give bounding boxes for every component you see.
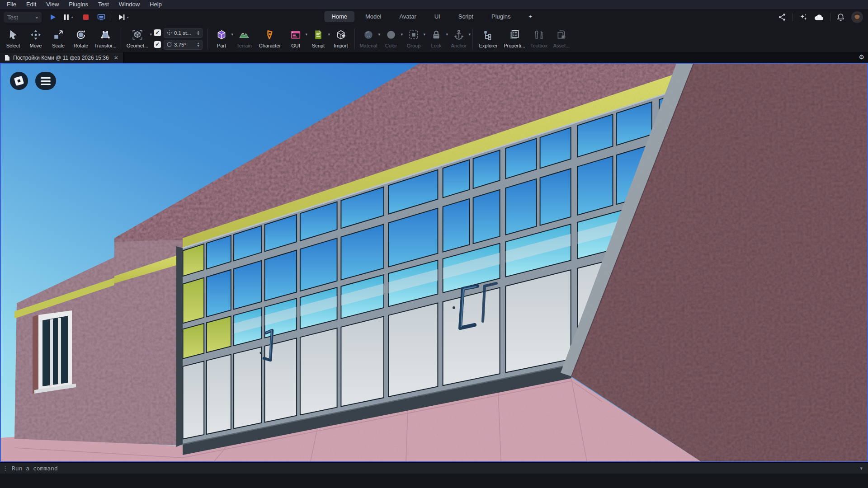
scale-tool-button[interactable]: Scale — [47, 27, 70, 51]
move-icon — [166, 30, 172, 36]
move-tool-button[interactable]: Move — [24, 27, 47, 51]
gui-button[interactable]: ▾ GUI — [284, 27, 307, 51]
game-menu-button[interactable] — [35, 72, 56, 90]
group-button: ▾ Group — [402, 27, 425, 51]
rotate-snap-field[interactable]: 3.75° ▲▼ — [164, 40, 203, 50]
move-snap-checkbox[interactable]: ✓ — [154, 29, 161, 36]
import-icon — [335, 29, 346, 40]
menu-edit[interactable]: Edit — [21, 0, 41, 9]
tab-script[interactable]: Script — [451, 11, 481, 22]
character-button[interactable]: Character — [255, 27, 284, 51]
geometry-tool-button[interactable]: ▾ Geomet... — [123, 27, 151, 51]
document-tab[interactable]: Постройки Кеми @ 11 фев 2026 15:36 ✕ — [0, 52, 123, 63]
chevron-down-icon: ▾ — [468, 32, 471, 37]
viewport-3d[interactable] — [0, 63, 868, 462]
document-tab-bar: Постройки Кеми @ 11 фев 2026 15:36 ✕ ⚙ — [0, 52, 868, 63]
move-snap-field[interactable]: 0.1 st... ▲▼ — [164, 28, 203, 38]
menu-plugins[interactable]: Plugins — [64, 0, 93, 9]
command-bar[interactable]: ⋮ Run a command ▾ — [0, 462, 868, 474]
menu-bar: File Edit View Plugins Test Window Help — [0, 0, 868, 9]
tab-plugins[interactable]: Plugins — [484, 11, 518, 22]
chevron-down-icon[interactable]: ▾ — [860, 465, 868, 471]
drag-handle-icon[interactable]: ⋮ — [0, 465, 12, 472]
group-icon — [408, 29, 419, 40]
menu-file[interactable]: File — [2, 0, 21, 9]
stream-mode-button[interactable] — [96, 12, 107, 23]
sparkles-icon[interactable] — [799, 13, 807, 21]
properties-button[interactable]: Properti... — [501, 27, 528, 51]
left-wall-window — [33, 310, 76, 394]
rotate-tool-button[interactable]: Rotate — [70, 27, 92, 51]
stepper[interactable]: ▲▼ — [197, 30, 200, 36]
scene-canvas — [1, 64, 867, 461]
color-button: ▾ Color — [380, 27, 402, 51]
chevron-down-icon: ▾ — [36, 15, 38, 20]
scale-icon — [53, 29, 64, 40]
import-button[interactable]: Import — [330, 27, 352, 51]
terrain-button: Terrain — [233, 27, 255, 51]
tab-model[interactable]: Model — [358, 11, 388, 22]
explorer-button[interactable]: Explorer — [475, 27, 501, 51]
select-tool-button[interactable]: Select — [2, 27, 24, 51]
command-input[interactable]: Run a command — [12, 465, 58, 472]
stepper[interactable]: ▲▼ — [197, 42, 200, 47]
status-strip — [0, 474, 868, 488]
separator — [472, 28, 473, 49]
avatar[interactable] — [851, 11, 863, 23]
separator — [121, 28, 121, 49]
stream-icon — [97, 14, 105, 21]
skip-to-end-icon — [118, 14, 125, 20]
lock-button: ▾ Lock — [425, 27, 448, 51]
material-sphere-icon — [363, 29, 374, 40]
tab-add[interactable]: + — [522, 11, 540, 22]
menu-help[interactable]: Help — [145, 0, 167, 9]
script-icon — [313, 29, 324, 40]
snap-settings: ✓ 0.1 st... ▲▼ ✓ 3.75° ▲▼ — [154, 28, 203, 50]
chevron-down-icon: ▾ — [127, 15, 128, 19]
anchor-button: ▾ Anchor — [448, 27, 470, 51]
lock-icon — [431, 29, 442, 40]
menu-view[interactable]: View — [41, 0, 64, 9]
anchor-icon — [453, 29, 464, 40]
move-icon — [30, 29, 41, 40]
menu-test[interactable]: Test — [93, 0, 114, 9]
part-button[interactable]: ▾ Part — [210, 27, 233, 51]
separator — [793, 13, 793, 21]
close-icon[interactable]: ✕ — [112, 55, 118, 61]
playtest-mode-label: Test — [7, 14, 18, 21]
menu-window[interactable]: Window — [114, 0, 145, 9]
stop-icon — [83, 14, 89, 20]
rotate-snap-checkbox[interactable]: ✓ — [154, 41, 161, 48]
cloud-icon[interactable] — [814, 13, 824, 21]
ribbon-toolbar: Select Move Scale Rotate Transfor... ▾ G… — [0, 25, 868, 52]
roblox-logo-button[interactable] — [10, 72, 28, 90]
document-tab-title: Постройки Кеми @ 11 фев 2026 15:36 — [13, 55, 109, 61]
tab-home[interactable]: Home — [324, 11, 354, 22]
separator — [830, 13, 830, 21]
script-button[interactable]: ▾ Script — [307, 27, 330, 51]
notifications-icon[interactable] — [837, 13, 844, 21]
geometry-cube-icon — [132, 29, 143, 40]
tab-ui[interactable]: UI — [427, 11, 448, 22]
cursor-icon — [8, 29, 19, 40]
skip-to-end-button[interactable]: ▾ — [116, 12, 131, 23]
transform-tool-button[interactable]: Transfor... — [92, 27, 118, 51]
separator — [354, 28, 355, 49]
gear-icon[interactable]: ⚙ — [859, 53, 864, 61]
separator — [208, 28, 208, 49]
material-button: ▾ Material — [357, 27, 380, 51]
asset-manager-button: Asset... — [550, 27, 573, 51]
rotate-icon — [75, 29, 86, 40]
tab-avatar[interactable]: Avatar — [392, 11, 423, 22]
pause-button[interactable]: ▾ — [61, 12, 75, 23]
separator — [110, 13, 110, 21]
asset-manager-icon — [556, 29, 567, 40]
part-cube-icon — [216, 29, 227, 40]
share-icon[interactable] — [778, 13, 786, 21]
play-button[interactable] — [47, 12, 59, 23]
toolbox-icon — [533, 29, 544, 40]
playtest-mode-dropdown[interactable]: Test ▾ — [4, 12, 42, 23]
explorer-icon — [483, 29, 494, 40]
stop-button[interactable] — [81, 12, 91, 23]
roblox-logo-icon — [14, 76, 24, 86]
